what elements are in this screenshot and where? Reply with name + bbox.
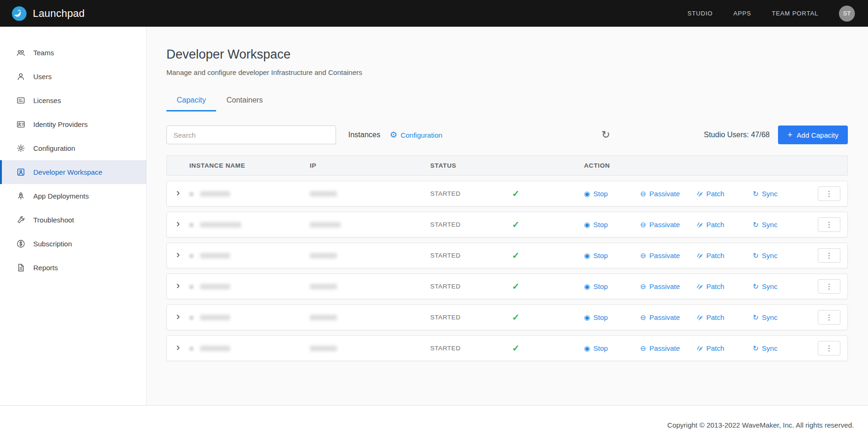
patch-action[interactable]: Patch: [696, 282, 753, 290]
sync-action[interactable]: ↻Sync: [753, 190, 809, 198]
passivate-action[interactable]: ⊖Passivate: [640, 344, 696, 352]
nav-studio[interactable]: STUDIO: [688, 10, 713, 17]
patch-action[interactable]: Patch: [696, 190, 753, 198]
row-menu-button[interactable]: ⋮: [818, 279, 840, 294]
stop-action[interactable]: ◉Stop: [584, 282, 640, 290]
sync-icon: ↻: [753, 314, 759, 321]
patch-action[interactable]: Patch: [696, 252, 753, 259]
subscription-icon: [16, 239, 25, 248]
passivate-action[interactable]: ⊖Passivate: [640, 221, 696, 229]
stop-action[interactable]: ◉Stop: [584, 190, 640, 198]
row-menu-button[interactable]: ⋮: [818, 310, 840, 325]
sync-action[interactable]: ↻Sync: [753, 313, 809, 321]
instance-name-cell: [189, 344, 310, 353]
page-title: Developer Workspace: [166, 47, 848, 62]
instance-name-cell: [189, 221, 310, 229]
passivate-icon: ⊖: [640, 283, 646, 290]
stop-action[interactable]: ◉Stop: [584, 313, 640, 321]
stop-action[interactable]: ◉Stop: [584, 344, 640, 352]
patch-label: Patch: [706, 282, 724, 290]
row-menu-button[interactable]: ⋮: [818, 248, 840, 263]
sidebar-item-subscription[interactable]: Subscription: [0, 232, 146, 256]
tab-capacity[interactable]: Capacity: [166, 91, 216, 111]
avatar[interactable]: ST: [839, 6, 855, 22]
sidebar-item-developer-workspace[interactable]: Developer Workspace: [0, 160, 146, 184]
patch-action[interactable]: Patch: [696, 313, 753, 321]
sidebar-item-licenses[interactable]: Licenses: [0, 89, 146, 112]
row-expand-chevron-icon[interactable]: ›: [176, 281, 180, 292]
stop-icon: ◉: [584, 283, 590, 290]
plus-icon: +: [787, 130, 793, 140]
row-expand-chevron-icon[interactable]: ›: [176, 342, 180, 354]
brand-logo[interactable]: Launchpad: [11, 6, 85, 22]
sync-action[interactable]: ↻Sync: [753, 344, 809, 352]
add-capacity-button[interactable]: + Add Capacity: [778, 126, 848, 144]
passivate-action[interactable]: ⊖Passivate: [640, 313, 696, 321]
ip-cell: [310, 344, 430, 353]
footer: Copyright © 2013-2022 WaveMaker, Inc. Al…: [0, 405, 868, 444]
sidebar-item-reports[interactable]: Reports: [0, 256, 146, 280]
stop-icon: ◉: [584, 190, 590, 197]
sidebar-item-identity-providers[interactable]: Identity Providers: [0, 112, 146, 136]
nav-team-portal[interactable]: TEAM PORTAL: [772, 10, 818, 17]
stop-label: Stop: [593, 221, 608, 229]
patch-icon: [696, 191, 703, 197]
patch-action[interactable]: Patch: [696, 221, 753, 229]
sync-action[interactable]: ↻Sync: [753, 282, 809, 290]
check-icon: ✓: [512, 250, 520, 261]
sidebar-item-label: Licenses: [33, 96, 61, 104]
table-row: › STARTED ✓ ◉Stop ⊖Passivate Patch ↻Sync…: [166, 181, 848, 207]
sync-icon: ↻: [753, 345, 759, 352]
sync-action[interactable]: ↻Sync: [753, 252, 809, 259]
patch-label: Patch: [706, 190, 724, 198]
table-row: › STARTED ✓ ◉Stop ⊖Passivate Patch ↻Sync…: [166, 243, 848, 268]
tab-containers[interactable]: Containers: [216, 91, 273, 111]
sidebar-item-teams[interactable]: Teams: [0, 41, 146, 65]
sidebar-item-app-deployments[interactable]: App Deployments: [0, 184, 146, 208]
passivate-label: Passivate: [650, 221, 680, 229]
refresh-button[interactable]: ↻: [601, 130, 610, 140]
status-text: STARTED: [430, 221, 461, 228]
row-expand-chevron-icon[interactable]: ›: [176, 188, 180, 200]
sync-icon: ↻: [753, 221, 759, 228]
stop-action[interactable]: ◉Stop: [584, 221, 640, 229]
column-header-action: ACTION: [584, 162, 807, 169]
stop-icon: ◉: [584, 252, 590, 259]
stop-action[interactable]: ◉Stop: [584, 252, 640, 259]
ip-cell: [310, 252, 430, 260]
patch-action[interactable]: Patch: [696, 344, 753, 352]
check-icon: ✓: [512, 312, 520, 323]
identity-providers-icon: [16, 120, 25, 129]
sidebar: Teams Users Licenses Identity Providers …: [0, 27, 147, 405]
passivate-action[interactable]: ⊖Passivate: [640, 282, 696, 290]
passivate-action[interactable]: ⊖Passivate: [640, 252, 696, 259]
passivate-action[interactable]: ⊖Passivate: [640, 190, 696, 198]
row-expand-chevron-icon[interactable]: ›: [176, 250, 180, 261]
search-input[interactable]: [166, 126, 336, 144]
sidebar-item-troubleshoot[interactable]: Troubleshoot: [0, 208, 146, 232]
sync-label: Sync: [762, 252, 778, 259]
nav-apps[interactable]: APPS: [733, 10, 751, 17]
row-expand-chevron-icon[interactable]: ›: [176, 311, 180, 323]
status-text: STARTED: [430, 190, 461, 197]
configuration-link[interactable]: ⚙ Configuration: [389, 131, 442, 139]
sidebar-item-users[interactable]: Users: [0, 65, 146, 89]
wavemaker-logo-icon: [11, 6, 27, 22]
sidebar-item-label: App Deployments: [33, 192, 89, 200]
redacted-mark: [189, 254, 194, 258]
passivate-label: Passivate: [650, 344, 680, 352]
row-menu-button[interactable]: ⋮: [818, 341, 840, 355]
gear-icon: ⚙: [389, 131, 397, 139]
sync-label: Sync: [762, 344, 778, 352]
row-menu-button[interactable]: ⋮: [818, 186, 840, 201]
column-header-status: STATUS: [430, 162, 584, 169]
sync-action[interactable]: ↻Sync: [753, 221, 809, 229]
row-menu-button[interactable]: ⋮: [818, 217, 840, 232]
tab-bar: Capacity Containers: [166, 91, 848, 111]
redacted-mark: [189, 223, 194, 227]
sidebar-item-label: Subscription: [33, 240, 72, 248]
status-cell: STARTED ✓: [430, 312, 584, 323]
status-cell: STARTED ✓: [430, 281, 584, 292]
row-expand-chevron-icon[interactable]: ›: [176, 219, 180, 230]
sidebar-item-configuration[interactable]: Configuration: [0, 136, 146, 160]
